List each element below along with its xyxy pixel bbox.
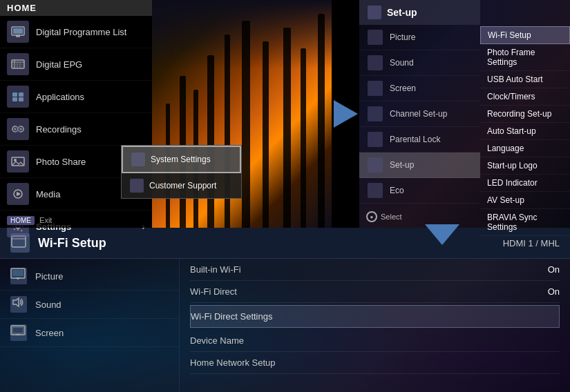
home-title: HOME	[0, 0, 152, 16]
submenu-item-system-settings[interactable]: System Settings	[122, 146, 241, 173]
wifi-left-menu: Picture Sound Screen	[0, 259, 180, 391]
setting-builtin-wifi[interactable]: Built-in Wi-Fi On	[190, 259, 560, 281]
setup-submenu-recording[interactable]: Recording Set-up	[480, 106, 570, 123]
photo-share-icon	[7, 150, 29, 173]
right-arrow-icon	[334, 100, 358, 128]
setup-menu-item-parental[interactable]: Parental Lock	[359, 127, 480, 153]
home-menu-item-applications[interactable]: Applications	[0, 81, 152, 113]
bottom-arrow-container	[425, 224, 459, 245]
setup-menu-item-eco[interactable]: Eco	[359, 178, 480, 204]
home-menu-item-digital-programme[interactable]: Digital Programme List	[0, 16, 152, 48]
setup-title-icon	[368, 6, 381, 19]
setup-menu-item-picture[interactable]: Picture	[359, 25, 480, 50]
digital-epg-label: Digital EPG	[36, 59, 82, 70]
media-icon	[7, 183, 29, 205]
customer-support-icon	[130, 179, 144, 193]
wifi-setup-section: Wi-Fi Setup HDMI 1 / MHL Picture Sound	[0, 228, 570, 392]
setting-home-network[interactable]: Home Network Setup	[190, 352, 560, 374]
tree-9	[301, 48, 306, 228]
clock-label: Clock/Timers	[487, 92, 535, 101]
setup-picture-icon	[368, 30, 383, 45]
setup-submenu-bravia[interactable]: BRAVIA Sync Settings	[480, 209, 570, 236]
svg-rect-20	[15, 126, 21, 132]
svg-rect-21	[12, 157, 24, 166]
photo-frame-label: Photo Frame Settings	[487, 48, 535, 67]
setup-title: Set-up	[387, 7, 417, 18]
digital-programme-icon	[7, 21, 29, 43]
home-menu-item-digital-epg[interactable]: Digital EPG	[0, 48, 152, 81]
tree-4	[207, 55, 214, 228]
setup-submenu-clock[interactable]: Clock/Timers	[480, 88, 570, 106]
setup-setup-label: Set-up	[390, 160, 414, 170]
setup-select-label: Select	[381, 213, 402, 221]
tree-6	[242, 21, 250, 228]
setup-eco-icon	[368, 183, 383, 198]
setup-title-bar: Set-up	[359, 0, 480, 25]
wifi-left-sound-label: Sound	[35, 300, 61, 310]
setup-menu-item-sound[interactable]: Sound	[359, 50, 480, 76]
setting-wifi-direct-settings[interactable]: Wi-Fi Direct Settings	[190, 305, 560, 328]
setup-submenu-av[interactable]: AV Set-up	[480, 192, 570, 209]
setup-submenu-led[interactable]: LED Indicator	[480, 175, 570, 192]
wifi-left-picture-label: Picture	[35, 271, 63, 282]
media-label: Media	[36, 189, 60, 199]
setup-channel-icon	[368, 106, 383, 121]
svg-rect-30	[12, 270, 23, 276]
svg-marker-25	[17, 192, 21, 196]
setup-menu-item-setup[interactable]: Set-up	[359, 153, 480, 178]
setup-submenu-column: Wi-Fi Setup Photo Frame Settings USB Aut…	[480, 0, 570, 228]
wifi-left-picture[interactable]: Picture	[0, 262, 179, 291]
wifi-left-screen-label: Screen	[35, 328, 64, 338]
wifi-direct-settings-label: Wi-Fi Direct Settings	[191, 311, 559, 322]
setup-submenu-wifi[interactable]: Wi-Fi Setup	[480, 26, 570, 44]
setting-device-name[interactable]: Device Name	[190, 330, 560, 352]
recordings-label: Recordings	[36, 124, 82, 135]
setup-screen-label: Screen	[390, 84, 416, 93]
tree-10	[318, 14, 325, 228]
setup-channel-label: Channel Set-up	[390, 109, 447, 119]
home-network-label: Home Network Setup	[190, 357, 560, 368]
setup-parental-icon	[368, 132, 383, 147]
setup-panel: Set-up Picture Sound Screen Channel Set-…	[359, 0, 570, 228]
home-menu-item-recordings[interactable]: Recordings	[0, 113, 152, 146]
usb-auto-label: USB Auto Start	[487, 75, 543, 84]
av-label: AV Set-up	[487, 195, 524, 205]
system-settings-icon	[131, 153, 145, 166]
setup-submenu-photo-frame[interactable]: Photo Frame Settings	[480, 44, 570, 71]
wifi-left-sound[interactable]: Sound	[0, 291, 179, 319]
select-circle-icon: ●	[366, 211, 377, 222]
setup-menu-column: Set-up Picture Sound Screen Channel Set-…	[359, 0, 480, 228]
tree-7	[263, 41, 269, 228]
digital-epg-icon	[7, 53, 29, 75]
wifi-left-screen[interactable]: Screen	[0, 319, 179, 347]
setup-submenu-auto-startup[interactable]: Auto Start-up	[480, 123, 570, 140]
down-arrow-icon	[425, 224, 459, 245]
setup-submenu-language[interactable]: Language	[480, 140, 570, 157]
setup-submenu-startup-logo[interactable]: Start-up Logo	[480, 157, 570, 175]
settings-submenu: System Settings Customer Support	[121, 145, 242, 199]
setup-menu-item-channel[interactable]: Channel Set-up	[359, 101, 480, 127]
applications-label: Applications	[36, 92, 84, 102]
startup-logo-label: Start-up Logo	[487, 161, 538, 170]
setup-menu-item-screen[interactable]: Screen	[359, 76, 480, 101]
submenu-item-customer-support[interactable]: Customer Support	[122, 173, 241, 198]
exit-badge: HOME	[7, 216, 35, 225]
svg-rect-13	[19, 92, 23, 97]
top-section: HOME Digital Programme List Digital EPG …	[0, 0, 570, 228]
setup-select-bar: ● Select	[366, 211, 402, 222]
setup-parental-label: Parental Lock	[390, 135, 440, 144]
wifi-left-sound-icon	[10, 296, 27, 313]
applications-icon	[7, 86, 29, 108]
tree-5	[225, 35, 230, 228]
svg-marker-33	[13, 298, 19, 306]
arrow-connector	[332, 0, 359, 228]
language-label: Language	[487, 144, 524, 153]
wifi-left-screen-icon	[10, 324, 27, 341]
recording-setup-label: Recording Set-up	[487, 109, 551, 119]
setting-wifi-direct[interactable]: Wi-Fi Direct On	[190, 281, 560, 303]
led-label: LED Indicator	[487, 178, 538, 188]
auto-startup-label: Auto Start-up	[487, 126, 536, 136]
svg-rect-12	[12, 92, 17, 97]
setup-submenu-usb-auto[interactable]: USB Auto Start	[480, 71, 570, 88]
wifi-setup-source: HDMI 1 / MHL	[503, 238, 560, 248]
